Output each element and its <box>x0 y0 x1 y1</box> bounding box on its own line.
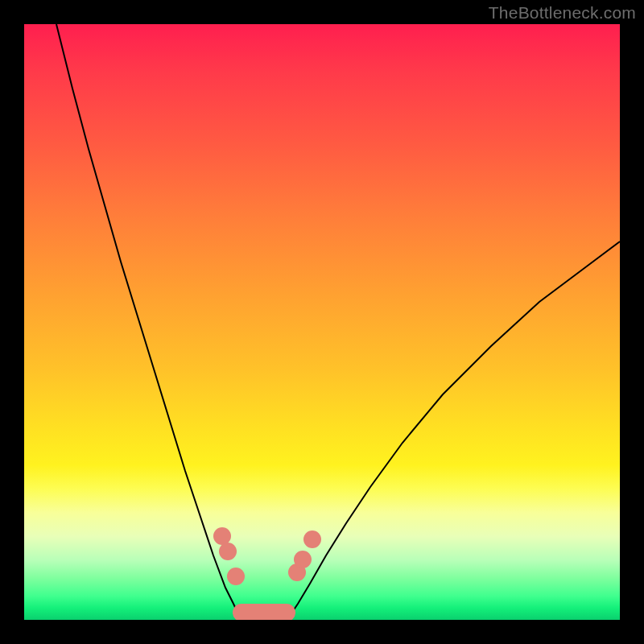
chart-svg <box>24 24 620 620</box>
curve-right <box>290 242 620 616</box>
bead-left-3 <box>227 568 245 585</box>
bead-left-2 <box>219 543 237 560</box>
bead-right-2 <box>294 551 312 568</box>
watermark-text: TheBottleneck.com <box>489 3 636 23</box>
outer-frame: TheBottleneck.com <box>0 0 644 644</box>
plot-area <box>24 24 620 620</box>
bead-right-3 <box>303 530 321 548</box>
bead-left-1 <box>213 527 231 545</box>
curve-left <box>56 24 239 616</box>
